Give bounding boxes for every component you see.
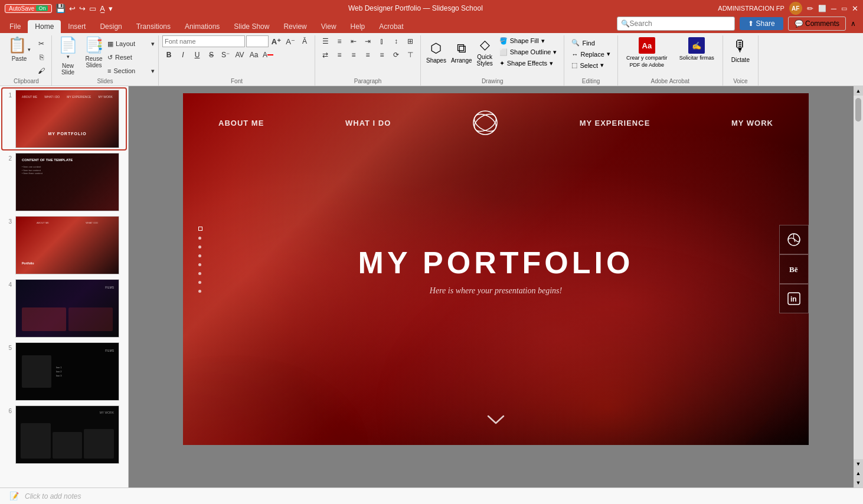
tab-home[interactable]: Home bbox=[28, 20, 61, 33]
text-align-button[interactable]: ⊤ bbox=[404, 49, 417, 61]
section-button[interactable]: ≡ Section ▾ bbox=[107, 65, 155, 77]
shape-outline-button[interactable]: ⬜ Shape Outline ▾ bbox=[496, 47, 561, 57]
adobe-request-button[interactable]: ✍ Solicitar firmas bbox=[675, 35, 719, 64]
arrange-button[interactable]: ⧉ Arrange bbox=[449, 39, 474, 66]
section-icon: ≡ bbox=[107, 67, 111, 74]
shapes-button[interactable]: ⬡ Shapes bbox=[424, 39, 448, 66]
font-decrease-button[interactable]: A⁻ bbox=[284, 35, 297, 47]
bold-button[interactable]: B bbox=[162, 49, 175, 61]
spacing-button[interactable]: AV bbox=[233, 49, 246, 61]
tab-view[interactable]: View bbox=[314, 20, 344, 33]
slide-thumb-3[interactable]: 3 ABOUT ME WHAT I DO Portfolio bbox=[2, 215, 126, 276]
line-spacing-button[interactable]: ↕ bbox=[390, 35, 403, 47]
accessibility-icon[interactable]: A̲ bbox=[100, 4, 105, 13]
tab-insert[interactable]: Insert bbox=[61, 20, 93, 33]
slide-thumb-6[interactable]: 6 MY WORK bbox=[2, 404, 126, 465]
scroll-up-button[interactable]: ▲ bbox=[854, 86, 863, 96]
slide-thumb-1[interactable]: 1 MY PORTFOLIO ABOUT ME WHAT I DO MY EXP… bbox=[2, 89, 126, 149]
redo-icon[interactable]: ↪ bbox=[79, 4, 86, 13]
present-icon[interactable]: ▭ bbox=[89, 4, 96, 13]
search-input[interactable] bbox=[630, 19, 712, 28]
replace-button[interactable]: ↔ Replace ▾ bbox=[568, 49, 613, 59]
slide-num-6: 6 bbox=[4, 405, 12, 414]
quick-styles-button[interactable]: ◇ Quick Styles bbox=[475, 35, 495, 68]
tab-review[interactable]: Review bbox=[276, 20, 313, 33]
numbering-button[interactable]: ≡ bbox=[333, 35, 346, 47]
select-button[interactable]: ⬚ Select ▾ bbox=[568, 60, 607, 70]
reuse-slides-button[interactable]: 📑 bbox=[81, 35, 106, 54]
slide-canvas[interactable]: ABOUT ME WHAT I DO MY EXPERIENCE MY WORK bbox=[183, 93, 809, 445]
shape-effects-button[interactable]: ✦ Shape Effects ▾ bbox=[496, 58, 561, 68]
maximize-icon[interactable]: ▭ bbox=[841, 5, 847, 12]
collapse-ribbon-icon[interactable]: ∧ bbox=[851, 19, 856, 28]
align-center-button[interactable]: ≡ bbox=[347, 49, 360, 61]
new-slide-button[interactable]: 📄 ▾ bbox=[55, 35, 80, 61]
scroll-up2-button[interactable]: ▲ bbox=[854, 469, 863, 478]
italic-button[interactable]: I bbox=[176, 49, 189, 61]
undo-icon[interactable]: ↩ bbox=[69, 4, 76, 13]
tab-slideshow[interactable]: Slide Show bbox=[227, 20, 276, 33]
tab-animations[interactable]: Animations bbox=[178, 20, 227, 33]
shape-fill-button[interactable]: 🪣 Shape Fill ▾ bbox=[496, 36, 561, 46]
save-icon[interactable]: 💾 bbox=[55, 4, 66, 13]
nav-my-experience: MY EXPERIENCE bbox=[580, 119, 650, 127]
text-direction-button[interactable]: ⟳ bbox=[390, 49, 403, 61]
reset-button[interactable]: ↺ Reset bbox=[107, 51, 155, 63]
share-button[interactable]: ⬆ Share bbox=[740, 17, 783, 30]
slide-thumb-5[interactable]: 5 FILMS line 1 line 2 line 3 bbox=[2, 341, 126, 402]
strikethrough-button[interactable]: S bbox=[205, 49, 218, 61]
pen-icon[interactable]: ✏ bbox=[807, 4, 813, 13]
find-button[interactable]: 🔍 Find bbox=[568, 38, 598, 48]
voice-label: Voice bbox=[727, 77, 754, 86]
autosave-badge[interactable]: AutoSave On bbox=[5, 4, 52, 13]
copy-button[interactable]: ⎘ bbox=[35, 51, 48, 63]
format-button[interactable]: 🖌 bbox=[35, 65, 48, 77]
tab-help[interactable]: Help bbox=[344, 20, 372, 33]
search-box[interactable]: 🔍 bbox=[617, 17, 735, 31]
underline-button[interactable]: U bbox=[191, 49, 204, 61]
clear-format-button[interactable]: Ā bbox=[298, 35, 311, 47]
align-right-button[interactable]: ≡ bbox=[361, 49, 374, 61]
arrange-icon: ⧉ bbox=[457, 41, 466, 56]
customize-icon[interactable]: ▾ bbox=[109, 4, 113, 13]
close-icon[interactable]: ✕ bbox=[852, 4, 858, 13]
font-size-input[interactable]: 9 bbox=[246, 35, 269, 47]
comments-button[interactable]: 💬 Comments bbox=[788, 17, 846, 31]
outdent-button[interactable]: ⇤ bbox=[347, 35, 360, 47]
scroll-thumb[interactable] bbox=[855, 98, 861, 122]
slide-nav: ABOUT ME WHAT I DO MY EXPERIENCE MY WORK bbox=[183, 110, 809, 136]
slide-thumb-2[interactable]: 2 CONTENT OF THE TEMPLATE • Item one con… bbox=[2, 152, 126, 212]
columns-button[interactable]: ⫿ bbox=[375, 35, 388, 47]
justify-button[interactable]: ≡ bbox=[375, 49, 388, 61]
cut-button[interactable]: ✂ bbox=[35, 38, 48, 50]
align-left-button[interactable]: ≡ bbox=[333, 49, 346, 61]
adobe-create-icon: Aa bbox=[639, 37, 655, 54]
dribbble-icon bbox=[787, 233, 801, 247]
minimize-icon[interactable]: ─ bbox=[831, 4, 836, 13]
tab-transitions[interactable]: Transitions bbox=[129, 20, 178, 33]
scroll-down2-button[interactable]: ▼ bbox=[854, 478, 863, 487]
notes-text[interactable]: Click to add notes bbox=[25, 492, 81, 500]
clipboard-label: Clipboard bbox=[5, 77, 48, 86]
slide-img-2: CONTENT OF THE TEMPLATE • Item one conte… bbox=[15, 153, 119, 211]
adobe-create-button[interactable]: Aa Crear y compartir PDF de Adobe bbox=[622, 35, 672, 70]
shadow-button[interactable]: S⁻ bbox=[219, 49, 232, 61]
smart-art-button[interactable]: ⊞ bbox=[404, 35, 417, 47]
tab-acrobat[interactable]: Acrobat bbox=[372, 20, 410, 33]
font-color-button[interactable]: A bbox=[261, 49, 274, 61]
paste-button[interactable]: 📋 ▾ bbox=[5, 35, 34, 54]
paste-label: Paste bbox=[12, 55, 27, 62]
scroll-down-button[interactable]: ▼ bbox=[854, 459, 863, 469]
tab-design[interactable]: Design bbox=[93, 20, 129, 33]
indent-button[interactable]: ⇥ bbox=[361, 35, 374, 47]
tab-file[interactable]: File bbox=[2, 20, 28, 33]
case-button[interactable]: Aa bbox=[247, 49, 260, 61]
convert-button[interactable]: ⇄ bbox=[319, 49, 332, 61]
font-name-input[interactable] bbox=[162, 35, 245, 47]
bullets-button[interactable]: ☰ bbox=[319, 35, 332, 47]
layout-button[interactable]: ▦ Layout ▾ bbox=[107, 38, 155, 50]
slide-thumb-4[interactable]: 4 FILMS bbox=[2, 278, 126, 339]
font-increase-button[interactable]: A⁺ bbox=[270, 35, 283, 47]
dictate-button[interactable]: 🎙 Dictate bbox=[727, 35, 754, 65]
restore-icon[interactable]: ⬜ bbox=[818, 5, 826, 12]
